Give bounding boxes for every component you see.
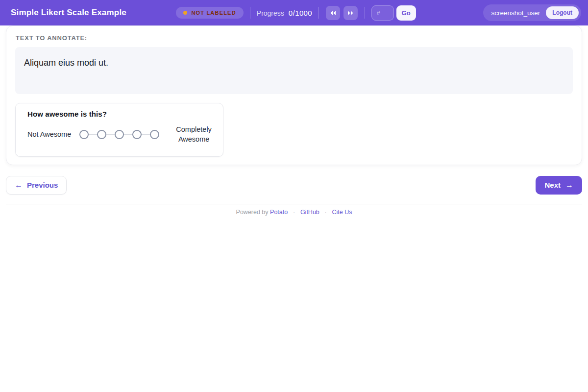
likert-radio-2[interactable] — [97, 130, 106, 139]
scale-connector-line — [89, 134, 97, 135]
likert-question: How awesome is this? — [27, 110, 212, 118]
status-badge-label: NOT LABELED — [191, 10, 236, 16]
status-badge: NOT LABELED — [176, 7, 243, 19]
likert-radio-4[interactable] — [132, 130, 142, 139]
footer-divider — [6, 204, 582, 204]
user-pill: screenshot_user Logout — [483, 4, 581, 21]
rewind-button[interactable] — [326, 6, 340, 20]
scale-connector-line — [142, 134, 150, 135]
app-header: Simple Likert Scale Example NOT LABELED … — [0, 0, 588, 25]
header-right: screenshot_user Logout — [416, 4, 581, 21]
text-to-annotate-box: Aliquam eius modi ut. — [15, 47, 573, 94]
footer-dot-separator: · — [325, 209, 327, 215]
footer-dot-separator: · — [293, 209, 295, 215]
likert-scale — [79, 130, 159, 139]
likert-min-label: Not Awesome — [27, 130, 71, 138]
header-divider — [250, 7, 250, 19]
arrow-left-icon: ← — [15, 181, 23, 189]
header-left: Simple Likert Scale Example — [11, 8, 176, 18]
annotate-section-label: TEXT TO ANNOTATE: — [15, 34, 573, 42]
text-to-annotate: Aliquam eius modi ut. — [24, 57, 564, 69]
likert-radio-1[interactable] — [79, 130, 89, 139]
pagination-row: ← Previous Next → — [6, 176, 582, 195]
likert-radio-5[interactable] — [150, 130, 159, 139]
go-button[interactable]: Go — [396, 5, 416, 21]
previous-button-label: Previous — [27, 181, 58, 189]
cite-us-link[interactable]: Cite Us — [332, 209, 352, 216]
app-title: Simple Likert Scale Example — [11, 8, 126, 18]
likert-card: How awesome is this? Not Awesome Complet… — [15, 103, 223, 157]
github-link[interactable]: GitHub — [300, 209, 319, 216]
next-button-label: Next — [544, 181, 561, 189]
fast-forward-button[interactable] — [343, 6, 358, 20]
header-center: NOT LABELED Progress 0/1000 Go — [176, 5, 416, 21]
nav-button-group — [325, 6, 358, 20]
previous-button[interactable]: ← Previous — [6, 176, 67, 195]
next-button[interactable]: Next → — [536, 176, 582, 195]
likert-row: Not Awesome Completely Awesome — [27, 124, 212, 145]
likert-max-label: Completely Awesome — [175, 124, 212, 145]
rewind-icon — [330, 10, 336, 16]
progress-value: 0/1000 — [289, 9, 312, 17]
scale-connector-line — [124, 134, 132, 135]
fast-forward-icon — [347, 10, 354, 16]
powered-by-text: Powered by Potato — [236, 209, 288, 216]
header-divider — [365, 7, 365, 19]
likert-radio-3[interactable] — [115, 130, 124, 139]
status-dot-icon — [183, 11, 187, 15]
progress-indicator: Progress 0/1000 — [257, 9, 312, 17]
jump-to-instance-input[interactable] — [371, 5, 394, 21]
username-label: screenshot_user — [491, 9, 540, 17]
progress-label: Progress — [257, 9, 284, 17]
annotation-card: TEXT TO ANNOTATE: Aliquam eius modi ut. … — [6, 25, 582, 165]
header-divider — [318, 7, 319, 19]
potato-link[interactable]: Potato — [270, 209, 288, 216]
arrow-right-icon: → — [565, 181, 573, 189]
jump-to-instance-group: Go — [371, 5, 416, 21]
scale-connector-line — [106, 134, 115, 135]
logout-button[interactable]: Logout — [546, 6, 579, 19]
app-footer: Powered by Potato · GitHub · Cite Us — [0, 209, 588, 216]
